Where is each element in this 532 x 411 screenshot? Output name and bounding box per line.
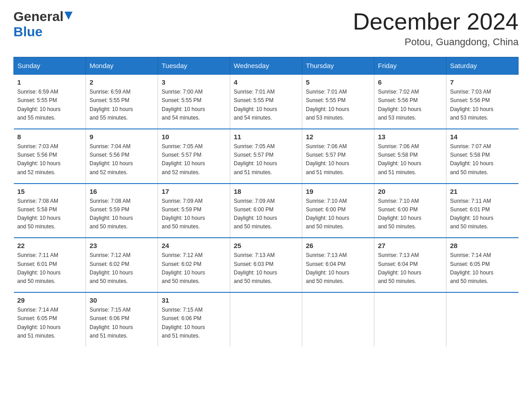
day-number: 29 — [17, 296, 82, 304]
logo: General Blue — [13, 9, 73, 39]
day-cell: 19 Sunrise: 7:10 AM Sunset: 6:00 PM Dayl… — [302, 184, 374, 238]
day-cell: 25 Sunrise: 7:13 AM Sunset: 6:03 PM Dayl… — [230, 238, 302, 292]
day-info: Sunrise: 7:14 AM Sunset: 6:05 PM Dayligh… — [450, 251, 515, 286]
location-title: Potou, Guangdong, China — [353, 36, 519, 48]
day-cell — [230, 292, 302, 347]
day-info: Sunrise: 7:14 AM Sunset: 6:05 PM Dayligh… — [17, 306, 82, 340]
col-monday: Monday — [86, 57, 158, 75]
day-number: 23 — [90, 242, 154, 249]
day-cell: 18 Sunrise: 7:09 AM Sunset: 6:00 PM Dayl… — [230, 184, 302, 238]
day-info: Sunrise: 7:02 AM Sunset: 5:56 PM Dayligh… — [378, 88, 442, 122]
day-cell: 22 Sunrise: 7:11 AM Sunset: 6:01 PM Dayl… — [14, 238, 86, 292]
col-friday: Friday — [374, 57, 446, 75]
day-cell: 3 Sunrise: 7:00 AM Sunset: 5:55 PM Dayli… — [158, 74, 230, 129]
day-number: 14 — [450, 133, 515, 141]
week-row-3: 15 Sunrise: 7:08 AM Sunset: 5:58 PM Dayl… — [14, 184, 519, 238]
day-info: Sunrise: 7:08 AM Sunset: 5:59 PM Dayligh… — [90, 197, 154, 231]
col-wednesday: Wednesday — [230, 57, 302, 75]
day-info: Sunrise: 7:13 AM Sunset: 6:03 PM Dayligh… — [234, 251, 298, 286]
day-info: Sunrise: 7:04 AM Sunset: 5:56 PM Dayligh… — [90, 142, 154, 177]
day-cell: 6 Sunrise: 7:02 AM Sunset: 5:56 PM Dayli… — [374, 74, 446, 129]
day-info: Sunrise: 7:15 AM Sunset: 6:06 PM Dayligh… — [90, 306, 154, 340]
day-info: Sunrise: 7:05 AM Sunset: 5:57 PM Dayligh… — [234, 142, 298, 177]
day-cell: 14 Sunrise: 7:07 AM Sunset: 5:58 PM Dayl… — [446, 129, 519, 184]
day-info: Sunrise: 7:05 AM Sunset: 5:57 PM Dayligh… — [162, 142, 226, 177]
day-cell: 24 Sunrise: 7:12 AM Sunset: 6:02 PM Dayl… — [158, 238, 230, 292]
week-row-4: 22 Sunrise: 7:11 AM Sunset: 6:01 PM Dayl… — [14, 238, 519, 292]
day-cell: 9 Sunrise: 7:04 AM Sunset: 5:56 PM Dayli… — [86, 129, 158, 184]
header-row: Sunday Monday Tuesday Wednesday Thursday… — [14, 57, 519, 75]
day-cell: 12 Sunrise: 7:06 AM Sunset: 5:57 PM Dayl… — [302, 129, 374, 184]
day-number: 7 — [450, 78, 515, 86]
day-info: Sunrise: 7:07 AM Sunset: 5:58 PM Dayligh… — [450, 142, 515, 177]
day-info: Sunrise: 7:15 AM Sunset: 6:06 PM Dayligh… — [162, 306, 226, 340]
day-number: 6 — [378, 78, 442, 86]
day-cell: 16 Sunrise: 7:08 AM Sunset: 5:59 PM Dayl… — [86, 184, 158, 238]
day-info: Sunrise: 6:59 AM Sunset: 5:55 PM Dayligh… — [17, 88, 82, 122]
day-info: Sunrise: 7:10 AM Sunset: 6:00 PM Dayligh… — [378, 197, 442, 231]
day-info: Sunrise: 7:06 AM Sunset: 5:58 PM Dayligh… — [378, 142, 442, 177]
day-cell: 20 Sunrise: 7:10 AM Sunset: 6:00 PM Dayl… — [374, 184, 446, 238]
day-cell: 4 Sunrise: 7:01 AM Sunset: 5:55 PM Dayli… — [230, 74, 302, 129]
week-row-1: 1 Sunrise: 6:59 AM Sunset: 5:55 PM Dayli… — [14, 74, 519, 129]
day-cell: 11 Sunrise: 7:05 AM Sunset: 5:57 PM Dayl… — [230, 129, 302, 184]
day-number: 20 — [378, 188, 442, 195]
day-number: 9 — [90, 133, 154, 141]
day-info: Sunrise: 7:06 AM Sunset: 5:57 PM Dayligh… — [306, 142, 370, 177]
day-info: Sunrise: 7:09 AM Sunset: 6:00 PM Dayligh… — [234, 197, 298, 231]
day-info: Sunrise: 7:03 AM Sunset: 5:56 PM Dayligh… — [17, 142, 82, 177]
day-info: Sunrise: 7:03 AM Sunset: 5:56 PM Dayligh… — [450, 88, 515, 122]
day-number: 15 — [17, 188, 82, 195]
day-cell: 17 Sunrise: 7:09 AM Sunset: 5:59 PM Dayl… — [158, 184, 230, 238]
calendar-body: 1 Sunrise: 6:59 AM Sunset: 5:55 PM Dayli… — [14, 74, 519, 347]
day-cell: 8 Sunrise: 7:03 AM Sunset: 5:56 PM Dayli… — [14, 129, 86, 184]
day-cell: 21 Sunrise: 7:11 AM Sunset: 6:01 PM Dayl… — [446, 184, 519, 238]
col-sunday: Sunday — [14, 57, 86, 75]
day-number: 5 — [306, 78, 370, 86]
day-number: 4 — [234, 78, 298, 86]
day-number: 1 — [17, 78, 82, 86]
day-info: Sunrise: 7:12 AM Sunset: 6:02 PM Dayligh… — [162, 251, 226, 286]
day-info: Sunrise: 7:00 AM Sunset: 5:55 PM Dayligh… — [162, 88, 226, 122]
day-cell: 7 Sunrise: 7:03 AM Sunset: 5:56 PM Dayli… — [446, 74, 519, 129]
day-cell: 28 Sunrise: 7:14 AM Sunset: 6:05 PM Dayl… — [446, 238, 519, 292]
day-info: Sunrise: 6:59 AM Sunset: 5:55 PM Dayligh… — [90, 88, 154, 122]
day-number: 21 — [450, 188, 515, 195]
logo-blue-text: Blue — [13, 24, 43, 39]
day-number: 10 — [162, 133, 226, 141]
day-cell: 5 Sunrise: 7:01 AM Sunset: 5:55 PM Dayli… — [302, 74, 374, 129]
day-cell: 27 Sunrise: 7:13 AM Sunset: 6:04 PM Dayl… — [374, 238, 446, 292]
day-number: 24 — [162, 242, 226, 249]
day-number: 19 — [306, 188, 370, 195]
calendar-header: Sunday Monday Tuesday Wednesday Thursday… — [14, 57, 519, 75]
week-row-5: 29 Sunrise: 7:14 AM Sunset: 6:05 PM Dayl… — [14, 292, 519, 347]
day-number: 2 — [90, 78, 154, 86]
day-info: Sunrise: 7:11 AM Sunset: 6:01 PM Dayligh… — [17, 251, 82, 286]
svg-marker-0 — [64, 12, 73, 20]
day-cell — [374, 292, 446, 347]
day-cell: 31 Sunrise: 7:15 AM Sunset: 6:06 PM Dayl… — [158, 292, 230, 347]
day-number: 22 — [17, 242, 82, 249]
day-cell: 26 Sunrise: 7:13 AM Sunset: 6:04 PM Dayl… — [302, 238, 374, 292]
day-number: 28 — [450, 242, 515, 249]
day-number: 3 — [162, 78, 226, 86]
day-cell: 10 Sunrise: 7:05 AM Sunset: 5:57 PM Dayl… — [158, 129, 230, 184]
day-cell — [446, 292, 519, 347]
day-info: Sunrise: 7:13 AM Sunset: 6:04 PM Dayligh… — [306, 251, 370, 286]
day-number: 17 — [162, 188, 226, 195]
week-row-2: 8 Sunrise: 7:03 AM Sunset: 5:56 PM Dayli… — [14, 129, 519, 184]
day-number: 16 — [90, 188, 154, 195]
day-cell: 29 Sunrise: 7:14 AM Sunset: 6:05 PM Dayl… — [14, 292, 86, 347]
day-cell: 2 Sunrise: 6:59 AM Sunset: 5:55 PM Dayli… — [86, 74, 158, 129]
day-number: 11 — [234, 133, 298, 141]
col-saturday: Saturday — [446, 57, 519, 75]
day-number: 30 — [90, 296, 154, 304]
day-info: Sunrise: 7:12 AM Sunset: 6:02 PM Dayligh… — [90, 251, 154, 286]
title-block: December 2024 Potou, Guangdong, China — [353, 9, 519, 48]
day-info: Sunrise: 7:01 AM Sunset: 5:55 PM Dayligh… — [234, 88, 298, 122]
day-info: Sunrise: 7:08 AM Sunset: 5:58 PM Dayligh… — [17, 197, 82, 231]
day-info: Sunrise: 7:11 AM Sunset: 6:01 PM Dayligh… — [450, 197, 515, 231]
calendar-table: Sunday Monday Tuesday Wednesday Thursday… — [13, 57, 519, 347]
month-title: December 2024 — [353, 9, 519, 34]
col-thursday: Thursday — [302, 57, 374, 75]
